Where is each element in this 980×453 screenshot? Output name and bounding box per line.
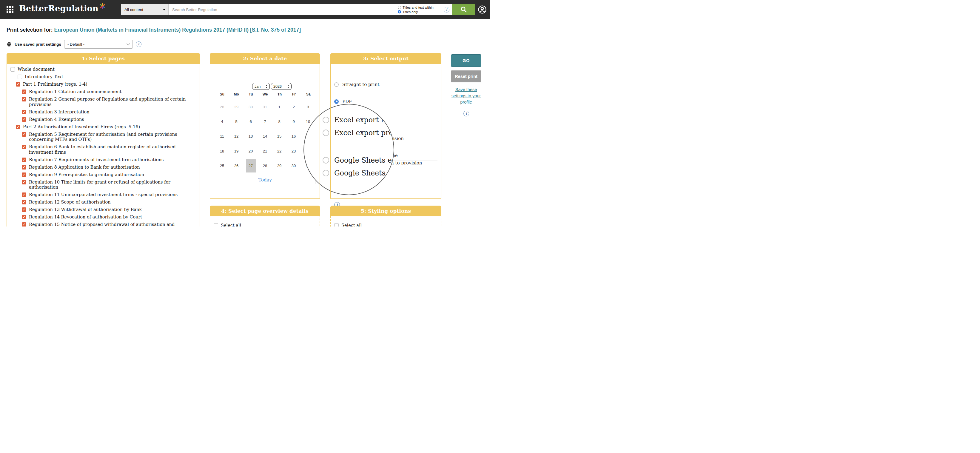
checkbox-checked[interactable] — [22, 172, 26, 177]
calendar-day[interactable]: 8 — [272, 114, 286, 128]
checkbox-checked[interactable] — [22, 110, 26, 114]
page-item[interactable]: Regulation 1 Citation and commencement — [7, 89, 197, 95]
calendar-day[interactable]: 29 — [272, 159, 286, 172]
save-settings-info-icon[interactable]: i — [463, 111, 469, 116]
page-item[interactable]: Regulation 14 Revocation of authorisatio… — [7, 215, 197, 220]
checkbox-checked[interactable] — [22, 145, 26, 149]
search-button[interactable] — [452, 4, 475, 15]
radio-unselected-icon[interactable] — [398, 6, 401, 9]
save-settings-link[interactable]: Save these settings to your profile — [448, 87, 485, 105]
checkbox-unchecked[interactable] — [334, 223, 339, 227]
page-item[interactable]: Regulation 4 Exemptions — [7, 117, 197, 122]
calendar-day[interactable]: 1 — [272, 100, 286, 114]
magnified-output-option[interactable]: Google Sheets export provision to provis… — [323, 169, 394, 177]
calendar-day[interactable]: 5 — [229, 114, 243, 128]
magnified-output-option[interactable]: Excel export provision to provision — [323, 129, 394, 137]
reset-print-button[interactable]: Reset print — [451, 70, 481, 83]
calendar-day[interactable]: 15 — [272, 129, 286, 143]
checkbox-checked[interactable] — [16, 125, 20, 129]
radio-unselected-icon[interactable] — [323, 130, 329, 136]
select-all-overview[interactable]: Select all — [214, 223, 241, 227]
page-item[interactable]: Regulation 12 Scope of authorisation — [7, 200, 197, 205]
radio-unselected-icon[interactable] — [334, 83, 339, 87]
search-category-select[interactable]: All content — [121, 4, 169, 15]
page-item[interactable]: Whole document — [7, 67, 197, 72]
calendar-day[interactable]: 13 — [243, 129, 258, 143]
page-item[interactable]: Regulation 11 Unincorporated investment … — [7, 192, 197, 197]
checkbox-checked[interactable] — [22, 89, 26, 94]
page-item[interactable]: Introductory Text — [7, 74, 197, 79]
checkbox-unchecked[interactable] — [214, 223, 218, 227]
radio-unselected-icon[interactable] — [323, 157, 329, 164]
calendar-day[interactable]: 2 — [286, 100, 301, 114]
calendar-day[interactable]: 12 — [229, 129, 243, 143]
scope-titles-only[interactable]: Titles only — [398, 10, 442, 14]
saved-settings-info-icon[interactable]: i — [136, 41, 142, 47]
calendar-day[interactable]: 26 — [229, 159, 243, 172]
calendar-day[interactable]: 28 — [258, 159, 272, 172]
page-item[interactable]: Part 1 Preliminary (regs. 1-4) — [7, 82, 197, 87]
page-item[interactable]: Regulation 5 Requirement for authorisati… — [7, 132, 197, 142]
page-item[interactable]: Regulation 7 Requirements of investment … — [7, 157, 197, 163]
checkbox-checked[interactable] — [16, 82, 20, 87]
calendar-day[interactable]: 25 — [215, 159, 229, 172]
checkbox-checked[interactable] — [22, 97, 26, 102]
calendar-day[interactable]: 23 — [286, 144, 301, 158]
radio-unselected-icon[interactable] — [323, 170, 329, 176]
calendar-day[interactable]: 16 — [286, 129, 301, 143]
month-select[interactable]: Jan — [252, 83, 270, 90]
checkbox-checked[interactable] — [22, 223, 26, 227]
calendar-day[interactable]: 4 — [215, 114, 229, 128]
calendar-day[interactable]: 18 — [215, 144, 229, 158]
calendar-day[interactable]: 29 — [229, 100, 243, 114]
calendar-day[interactable]: 22 — [272, 144, 286, 158]
checkbox-checked[interactable] — [22, 117, 26, 122]
page-item[interactable]: Regulation 8 Application to Bank for aut… — [7, 165, 197, 170]
document-link[interactable]: European Union (Markets in Financial Ins… — [54, 27, 301, 33]
calendar-day[interactable]: 28 — [215, 100, 229, 114]
checkbox-checked[interactable] — [22, 215, 26, 219]
account-button[interactable] — [478, 5, 487, 15]
apps-grid-icon[interactable] — [6, 6, 13, 13]
logo[interactable]: BetterRegulation — [19, 4, 106, 13]
radio-unselected-icon[interactable] — [323, 117, 329, 123]
checkbox-checked[interactable] — [22, 132, 26, 137]
page-item[interactable]: Regulation 2 General purpose of Regulati… — [7, 97, 197, 107]
calendar-day[interactable]: 6 — [243, 114, 258, 128]
calendar-day[interactable]: 20 — [243, 144, 258, 158]
page-item[interactable]: Regulation 9 Prerequisites to granting a… — [7, 172, 197, 178]
calendar-day[interactable]: 30 — [243, 100, 258, 114]
checkbox-unchecked[interactable] — [10, 67, 15, 72]
output-option[interactable]: Straight to print — [334, 81, 379, 87]
calendar-day[interactable]: 9 — [286, 114, 301, 128]
checkbox-checked[interactable] — [22, 200, 26, 204]
calendar-day[interactable]: 19 — [229, 144, 243, 158]
saved-settings-select[interactable]: - Default - — [64, 40, 133, 49]
year-select[interactable]: 2026 — [271, 83, 291, 90]
checkbox-checked[interactable] — [22, 165, 26, 170]
go-button[interactable]: GO — [451, 54, 481, 67]
output-option[interactable]: PDF — [334, 99, 352, 105]
today-button[interactable]: Today — [215, 176, 315, 184]
page-item[interactable]: Regulation 13 Withdrawal of authorisatio… — [7, 207, 197, 213]
radio-selected-icon[interactable] — [398, 10, 401, 13]
checkbox-checked[interactable] — [22, 157, 26, 162]
page-item[interactable]: Regulation 10 Time limits for grant or r… — [7, 180, 197, 190]
page-item[interactable]: Regulation 3 Interpretation — [7, 110, 197, 115]
checkbox-checked[interactable] — [22, 192, 26, 197]
scope-titles-and-text[interactable]: Titles and text within — [398, 6, 442, 9]
magnified-output-option[interactable]: Google Sheets export line by line — [323, 156, 394, 164]
calendar-day[interactable]: 11 — [215, 129, 229, 143]
calendar-day[interactable]: 21 — [258, 144, 272, 158]
checkbox-unchecked[interactable] — [18, 75, 22, 79]
select-all-styling[interactable]: Select all — [334, 223, 362, 227]
page-item[interactable]: Part 2 Authorisation of Investment Firms… — [7, 124, 197, 130]
search-input[interactable] — [169, 4, 398, 15]
calendar-day[interactable]: 31 — [258, 100, 272, 114]
calendar-day[interactable]: 7 — [258, 114, 272, 128]
checkbox-checked[interactable] — [22, 207, 26, 212]
calendar-day[interactable]: 27 — [243, 159, 258, 172]
search-info-icon[interactable]: i — [444, 7, 449, 13]
calendar-day[interactable]: 30 — [286, 159, 301, 172]
checkbox-checked[interactable] — [22, 180, 26, 184]
